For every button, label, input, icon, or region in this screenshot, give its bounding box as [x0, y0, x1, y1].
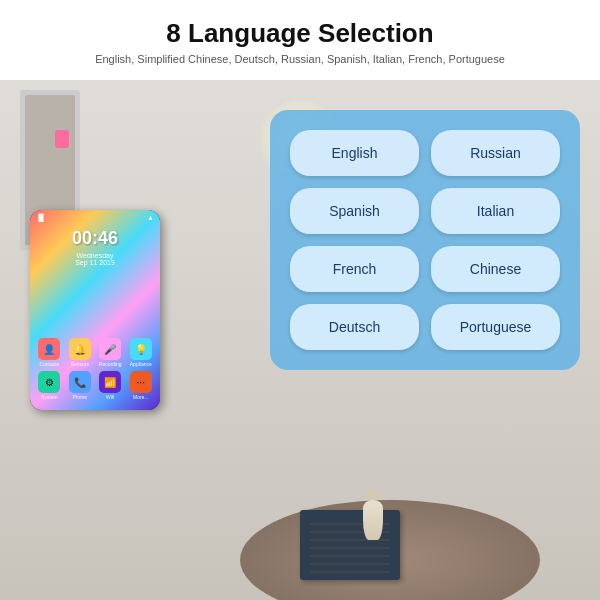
phone-icon-label: Wifi	[106, 394, 114, 400]
phone-icon-system: ⚙ System	[36, 371, 63, 400]
phone-icon-img: 🎤	[99, 338, 121, 360]
phone-icons-grid: 👤 Contacts 🔔 Sensors 🎤 Recording 💡 Appli…	[30, 338, 160, 400]
phone-icon-label: Sensors	[71, 361, 89, 367]
phone-icon-img: ⚙	[38, 371, 60, 393]
header: 8 Language Selection English, Simplified…	[0, 0, 600, 71]
language-button-deutsch[interactable]: Deutsch	[290, 304, 419, 350]
phone-icon-label: Phone	[73, 394, 87, 400]
language-button-french[interactable]: French	[290, 246, 419, 292]
phone-icon-label: System	[41, 394, 58, 400]
language-button-english[interactable]: English	[290, 130, 419, 176]
phone-icon-contacts: 👤 Contacts	[36, 338, 63, 367]
smart-device-display: ▐▌ ▲ 00:46 Wednesday Sep 11 2019 👤 Conta…	[30, 210, 160, 410]
page-subtitle: English, Simplified Chinese, Deutsch, Ru…	[20, 53, 580, 65]
phone-icon-img: 💡	[130, 338, 152, 360]
phone-icon-img: 🔔	[69, 338, 91, 360]
phone-icon-more: ··· More...	[128, 371, 155, 400]
wall-sensor	[55, 130, 69, 148]
phone-icon-wifi: 📶 Wifi	[97, 371, 124, 400]
phone-icon-img: 📞	[69, 371, 91, 393]
language-button-russian[interactable]: Russian	[431, 130, 560, 176]
wifi-icon: ▲	[147, 214, 154, 221]
phone-icon-img: 📶	[99, 371, 121, 393]
table-book	[300, 510, 400, 580]
page-title: 8 Language Selection	[20, 18, 580, 49]
language-button-spanish[interactable]: Spanish	[290, 188, 419, 234]
language-panel: EnglishRussianSpanishItalianFrenchChines…	[270, 110, 580, 370]
signal-icon: ▐▌	[36, 214, 46, 221]
phone-date: Wednesday Sep 11 2019	[30, 252, 160, 266]
language-button-portuguese[interactable]: Portuguese	[431, 304, 560, 350]
phone-icon-phone: 📞 Phone	[67, 371, 94, 400]
phone-icon-appliance: 💡 Appliance	[128, 338, 155, 367]
decorative-vase	[360, 490, 385, 540]
language-button-chinese[interactable]: Chinese	[431, 246, 560, 292]
phone-icon-label: More...	[133, 394, 149, 400]
phone-icon-label: Recording	[99, 361, 122, 367]
phone-statusbar: ▐▌ ▲	[30, 214, 160, 221]
phone-icon-label: Appliance	[130, 361, 152, 367]
vase-neck	[367, 490, 379, 500]
vase-body	[363, 500, 383, 540]
phone-icon-label: Contacts	[39, 361, 59, 367]
language-button-italian[interactable]: Italian	[431, 188, 560, 234]
phone-time: 00:46	[30, 228, 160, 249]
page-container: 8 Language Selection English, Simplified…	[0, 0, 600, 600]
phone-icon-img: 👤	[38, 338, 60, 360]
room-background: ▐▌ ▲ 00:46 Wednesday Sep 11 2019 👤 Conta…	[0, 80, 600, 600]
phone-screen: ▐▌ ▲ 00:46 Wednesday Sep 11 2019 👤 Conta…	[30, 210, 160, 410]
phone-icon-sensors: 🔔 Sensors	[67, 338, 94, 367]
phone-icon-img: ···	[130, 371, 152, 393]
phone-icon-recording: 🎤 Recording	[97, 338, 124, 367]
